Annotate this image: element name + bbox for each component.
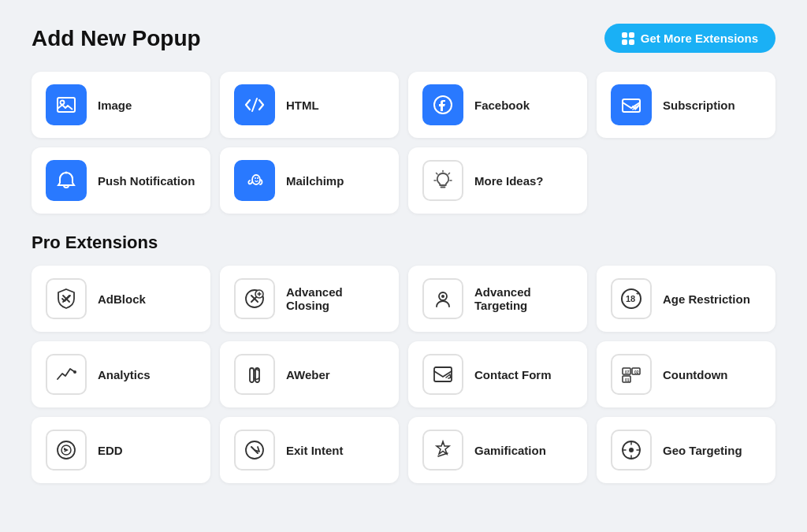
countdown-label: Countdown	[663, 368, 727, 381]
gamification-label: Gamification	[474, 444, 546, 457]
advanced-closing-label: Advanced Closing	[286, 285, 385, 312]
svg-text:01: 01	[625, 378, 630, 382]
advanced-closing-icon	[234, 278, 275, 319]
mailchimp-label: Mailchimp	[286, 174, 344, 188]
gamification-icon	[422, 430, 463, 471]
pro-card-gamification[interactable]: Gamification	[408, 417, 587, 483]
age-restriction-label: Age Restriction	[663, 292, 750, 306]
popup-card-image[interactable]: Image	[32, 72, 210, 138]
svg-text:$: $	[63, 449, 65, 454]
pro-card-geo-targeting[interactable]: Geo Targeting	[597, 417, 775, 483]
age-restriction-icon: 18 +	[611, 278, 652, 319]
analytics-icon	[46, 354, 87, 395]
popup-card-facebook[interactable]: Facebook	[408, 72, 587, 138]
svg-rect-3	[623, 99, 640, 112]
more-ideas-label: More Ideas?	[474, 174, 544, 188]
pro-card-aweber[interactable]: AWeber	[220, 341, 399, 407]
svg-rect-22	[250, 368, 254, 382]
image-label: Image	[98, 99, 132, 112]
svg-point-5	[252, 175, 260, 184]
adblock-label: AdBlock	[98, 292, 146, 306]
popup-card-push-notification[interactable]: Push Notification	[32, 147, 210, 214]
grid-icon	[622, 32, 634, 45]
svg-point-36	[442, 443, 444, 445]
svg-point-6	[255, 177, 256, 179]
countdown-icon: 07 02 01	[611, 354, 652, 395]
pro-extensions-title: Pro Extensions	[32, 233, 775, 253]
edd-label: EDD	[98, 444, 123, 457]
facebook-label: Facebook	[474, 99, 530, 112]
page-title: Add New Popup	[32, 26, 201, 51]
svg-point-1	[61, 101, 65, 105]
popup-card-mailchimp[interactable]: Mailchimp	[220, 147, 399, 214]
svg-text:18: 18	[626, 294, 635, 303]
pro-card-countdown[interactable]: 07 02 01 Countdown	[597, 341, 775, 407]
pro-card-adblock[interactable]: AdBlock	[32, 266, 210, 332]
subscription-label: Subscription	[663, 99, 735, 112]
pro-card-advanced-closing[interactable]: Advanced Closing	[220, 266, 399, 332]
contact-form-label: Contact Form	[474, 368, 552, 381]
svg-point-7	[257, 177, 258, 179]
html-icon	[234, 84, 275, 125]
svg-rect-24	[434, 367, 452, 381]
html-label: HTML	[286, 99, 319, 112]
geo-targeting-label: Geo Targeting	[663, 444, 742, 457]
push-icon	[46, 160, 87, 201]
adblock-icon	[46, 278, 87, 319]
popup-card-more-ideas[interactable]: More Ideas?	[408, 147, 587, 214]
get-more-extensions-button[interactable]: Get More Extensions	[604, 24, 775, 53]
pro-cards-grid: AdBlock Advanced Closing Advanced Target…	[32, 266, 775, 483]
advanced-targeting-label: Advanced Targeting	[474, 285, 573, 312]
pro-card-exit-intent[interactable]: Exit Intent	[220, 417, 399, 483]
exit-intent-label: Exit Intent	[286, 444, 344, 457]
svg-text:07: 07	[625, 370, 630, 374]
contact-form-icon	[422, 354, 463, 395]
svg-point-4	[65, 172, 68, 174]
svg-point-38	[629, 448, 634, 452]
ideas-icon	[422, 160, 463, 201]
pro-card-contact-form[interactable]: Contact Form	[408, 341, 587, 407]
popup-card-subscription[interactable]: Subscription	[597, 72, 775, 138]
svg-point-17	[441, 295, 444, 298]
subscription-icon	[611, 84, 652, 125]
analytics-label: Analytics	[98, 368, 151, 381]
popup-cards-grid: Image HTML Facebook Subscription Push No…	[32, 72, 775, 214]
svg-text:+: +	[636, 291, 639, 296]
pro-card-advanced-targeting[interactable]: Advanced Targeting	[408, 266, 587, 332]
aweber-label: AWeber	[286, 368, 330, 381]
pro-card-edd[interactable]: $ EDD	[32, 417, 210, 483]
edd-icon: $	[46, 430, 87, 471]
exit-intent-icon	[234, 430, 275, 471]
pro-card-age-restriction[interactable]: 18 + Age Restriction	[597, 266, 775, 332]
push-notification-label: Push Notification	[98, 174, 195, 188]
svg-text:02: 02	[634, 370, 639, 374]
mailchimp-icon	[234, 160, 275, 201]
facebook-icon	[422, 84, 463, 125]
popup-card-html[interactable]: HTML	[220, 72, 399, 138]
geo-targeting-icon	[611, 430, 652, 471]
advanced-targeting-icon	[422, 278, 463, 319]
svg-point-21	[73, 370, 76, 374]
pro-card-analytics[interactable]: Analytics	[32, 341, 210, 407]
image-icon	[46, 84, 87, 125]
aweber-icon	[234, 354, 275, 395]
